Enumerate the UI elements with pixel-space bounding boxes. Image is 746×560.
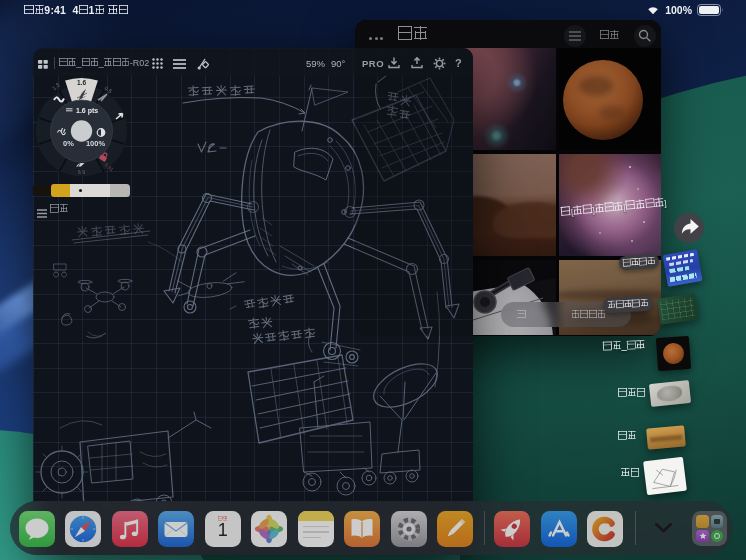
svg-text:1.6 pts: 1.6 pts bbox=[76, 107, 98, 115]
svg-text:100%: 100% bbox=[86, 139, 106, 148]
svg-text:0%: 0% bbox=[63, 139, 74, 148]
svg-text:6 9: 6 9 bbox=[78, 169, 85, 175]
svg-text:1.6: 1.6 bbox=[77, 79, 86, 86]
